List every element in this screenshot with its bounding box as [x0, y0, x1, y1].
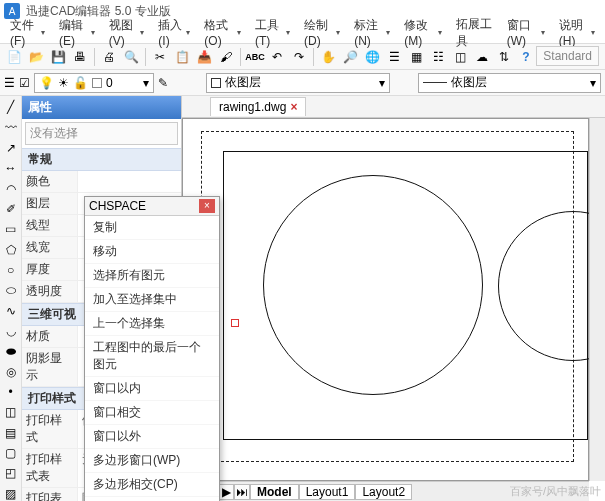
dd-window-in[interactable]: 窗口以内 [85, 377, 219, 401]
paste-icon[interactable]: 📥 [194, 47, 214, 67]
menu-draw[interactable]: 绘制(D)▾ [298, 15, 346, 50]
preview-icon[interactable]: 🔍 [121, 47, 141, 67]
draw-toolbar: ╱ 〰 ↗ ↔ ◠ ✐ ▭ ⬠ ○ ⬭ ∿ ◡ ⬬ ◎ • ◫ ▤ ▢ ◰ ▨ [0, 96, 22, 501]
boundary-icon[interactable]: ◰ [3, 466, 19, 480]
menu-help[interactable]: 说明(H)▾ [553, 15, 601, 50]
block2-icon[interactable]: ◫ [3, 405, 19, 419]
dd-prev-sel[interactable]: 上一个选择集 [85, 312, 219, 336]
arc-icon[interactable]: ◠ [3, 181, 19, 195]
new-icon[interactable]: 📄 [4, 47, 24, 67]
lineweight-select[interactable]: 依图层 ▾ [418, 73, 602, 93]
cloud2-icon[interactable]: ⇅ [494, 47, 514, 67]
save-icon[interactable]: 💾 [48, 47, 68, 67]
ellipse2-icon[interactable]: ⬬ [3, 344, 19, 358]
menu-ext[interactable]: 拓展工具 [450, 14, 499, 52]
layerstate-icon[interactable]: ☑ [19, 76, 30, 90]
circle-entity[interactable] [263, 175, 483, 395]
selection-combo[interactable]: 没有选择 [22, 119, 181, 148]
rect-icon[interactable]: ▭ [3, 222, 19, 236]
menu-format[interactable]: 格式(O)▾ [198, 15, 247, 50]
region-icon[interactable]: ▢ [3, 446, 19, 460]
prop-shadow-k: 阴影显示 [22, 348, 78, 386]
dd-select-all[interactable]: 选择所有图元 [85, 264, 219, 288]
layer-tool-icon[interactable]: ✎ [158, 76, 168, 90]
group-general[interactable]: 常规 [22, 148, 181, 171]
toolbar-sep3 [240, 48, 241, 66]
tab-nav-next[interactable]: ▶ [218, 484, 234, 500]
dd-window-out[interactable]: 窗口以外 [85, 425, 219, 449]
dd-move[interactable]: 移动 [85, 240, 219, 264]
menu-file[interactable]: 文件(F)▾ [4, 15, 51, 50]
layerprops-icon[interactable]: ☰ [4, 76, 15, 90]
menu-tools[interactable]: 工具(T)▾ [249, 15, 296, 50]
dd-last-ent[interactable]: 工程图中的最后一个图元 [85, 336, 219, 377]
redo-icon[interactable]: ↷ [289, 47, 309, 67]
print-icon[interactable]: 🖨 [99, 47, 119, 67]
cloud-icon[interactable]: ☁ [472, 47, 492, 67]
prop-layer-k: 图层 [22, 193, 78, 214]
props-icon[interactable]: ☷ [428, 47, 448, 67]
pan-icon[interactable]: ✋ [318, 47, 338, 67]
open-icon[interactable]: 📂 [26, 47, 46, 67]
polyline-icon[interactable]: 〰 [3, 120, 19, 134]
tab-label: rawing1.dwg [219, 100, 286, 114]
zoom-icon[interactable]: 🔎 [340, 47, 360, 67]
menu-window[interactable]: 窗口(W)▾ [501, 15, 551, 50]
prop-ltype-k: 线型 [22, 215, 78, 236]
drawing-viewport[interactable] [182, 118, 589, 481]
layer-combo[interactable]: 💡 ☀ 🔓 0 ▾ [34, 73, 154, 93]
orbit-icon[interactable]: 🌐 [362, 47, 382, 67]
dd-poly-op[interactable]: 多边形以外(OP) [85, 497, 219, 501]
color-select[interactable]: 依图层 ▾ [206, 73, 390, 93]
polygon-icon[interactable]: ⬠ [3, 242, 19, 256]
close-icon[interactable]: × [199, 199, 215, 213]
block-icon[interactable]: ◫ [450, 47, 470, 67]
menu-view[interactable]: 视图(V)▾ [103, 15, 151, 50]
document-tab[interactable]: rawing1.dwg × [210, 97, 306, 116]
help-icon[interactable]: ? [516, 47, 536, 67]
properties-header: 属性 [22, 96, 181, 119]
selection-marker [231, 319, 239, 327]
circle-icon[interactable]: ○ [3, 263, 19, 277]
prop-color-v[interactable] [78, 171, 181, 192]
match-icon[interactable]: 🖌 [216, 47, 236, 67]
dd-poly-wp[interactable]: 多边形窗口(WP) [85, 449, 219, 473]
abc-icon[interactable]: ABC [245, 47, 265, 67]
toolbar-sep2 [145, 48, 146, 66]
layers-icon[interactable]: ☰ [384, 47, 404, 67]
copy-icon[interactable]: 📋 [172, 47, 192, 67]
dd-copy[interactable]: 复制 [85, 216, 219, 240]
freehand-icon[interactable]: ✐ [3, 202, 19, 216]
menu-edit[interactable]: 编辑(E)▾ [53, 15, 101, 50]
spline-icon[interactable]: ∿ [3, 303, 19, 317]
cut-icon[interactable]: ✂ [150, 47, 170, 67]
toolbar-sep4 [313, 48, 314, 66]
text-style-combo[interactable]: Standard [536, 46, 599, 66]
menu-dim[interactable]: 标注(N)▾ [348, 15, 396, 50]
layout-tab-1[interactable]: Layout1 [299, 484, 356, 500]
layout-tab-model[interactable]: Model [250, 484, 299, 500]
layout-tab-2[interactable]: Layout2 [355, 484, 412, 500]
arc2-icon[interactable]: ◡ [3, 324, 19, 338]
menu-modify[interactable]: 修改(M)▾ [398, 15, 447, 50]
prop-color-k: 颜色 [22, 171, 78, 192]
hatch-icon[interactable]: ▤ [3, 426, 19, 440]
close-icon[interactable]: × [290, 100, 297, 114]
tab-nav-last[interactable]: ⏭ [234, 484, 250, 500]
donut-icon[interactable]: ◎ [3, 364, 19, 378]
ray-icon[interactable]: ↗ [3, 141, 19, 155]
dd-add-sel[interactable]: 加入至选择集中 [85, 288, 219, 312]
dd-poly-cp[interactable]: 多边形相交(CP) [85, 473, 219, 497]
xline-icon[interactable]: ↔ [3, 161, 19, 175]
vertical-scrollbar[interactable] [589, 118, 605, 481]
line-icon[interactable]: ╱ [3, 100, 19, 114]
dd-window-cross[interactable]: 窗口相交 [85, 401, 219, 425]
point-icon[interactable]: • [3, 385, 19, 399]
ellipse-icon[interactable]: ⬭ [3, 283, 19, 297]
saveall-icon[interactable]: 🖶 [70, 47, 90, 67]
undo-icon[interactable]: ↶ [267, 47, 287, 67]
menu-insert[interactable]: 插入(I)▾ [152, 15, 196, 50]
wipeout-icon[interactable]: ▨ [3, 487, 19, 501]
prop-material-k: 材质 [22, 326, 78, 347]
layer2-icon[interactable]: ▦ [406, 47, 426, 67]
